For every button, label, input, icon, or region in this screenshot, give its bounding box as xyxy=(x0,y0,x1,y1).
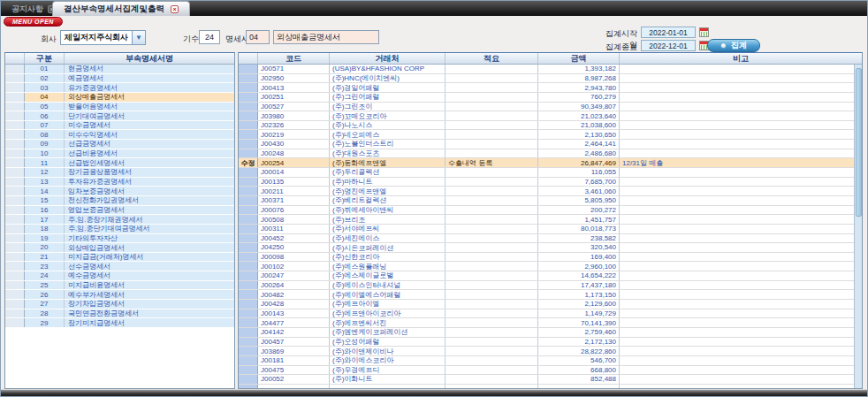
aggregate-button[interactable]: 집계 xyxy=(707,39,760,52)
row-amount: 238,582 xyxy=(538,234,620,243)
statement-list-row[interactable]: 19기타의투자자산 xyxy=(5,234,234,244)
statement-list-row[interactable]: 05받을어음명세서 xyxy=(5,103,234,112)
vendor-table-row[interactable]: J02326(주)나노시스21,038,600 xyxy=(239,121,854,131)
vendor-code: J00102 xyxy=(258,262,330,271)
vendor-table-row[interactable]: J00482(주)에이엘에스어패럴1,173,150 xyxy=(239,290,854,300)
statement-list-row[interactable]: 10선급비용명세서 xyxy=(5,149,234,159)
statement-code: 21 xyxy=(25,253,65,262)
company-select[interactable]: 제일저지주식회사 ▼ xyxy=(60,30,146,45)
calendar-icon[interactable] xyxy=(699,27,709,37)
statement-list-row[interactable]: 18주.임.종단기대여금명세서 xyxy=(5,225,234,234)
statement-list-row[interactable]: 23선수금명세서 xyxy=(5,262,234,271)
statement-list-row[interactable]: 09선급금명세서 xyxy=(5,140,234,149)
vendor-table-row[interactable]: J00428(주)에프아이엘2,129,600 xyxy=(239,300,854,309)
vendor-table-row[interactable]: J00527(주)그린조이90,349,807 xyxy=(239,103,854,112)
statement-name-input[interactable] xyxy=(273,30,379,44)
statement-list-row[interactable]: 26예수부가세명세서 xyxy=(5,290,234,300)
statement-list-row[interactable]: 04외상매출금명세서 xyxy=(5,93,234,103)
statement-list-row[interactable]: 25미지급비용명세서 xyxy=(5,281,234,291)
vendor-table-row[interactable]: J00247(주)에스제이글로벌14,654,222 xyxy=(239,271,854,281)
tab-statement-report[interactable]: 결산부속명세서집계및출력 × xyxy=(52,1,190,16)
vendor-table-row[interactable]: J00102(주)에스원플래닝2,960,100 xyxy=(239,262,854,271)
vendor-table-row[interactable]: J00098(주)신한코리아169,400 xyxy=(239,253,854,263)
statement-list-row[interactable]: 20외상매입금명세서 xyxy=(5,243,234,253)
vertical-scrollbar[interactable] xyxy=(854,65,862,388)
vendor-code: J03869 xyxy=(258,347,330,355)
vendor-table-row[interactable]: J00143(주)에프앤아이코리아1,149,729 xyxy=(239,309,854,319)
vendor-table-row[interactable]: J00211(주)명진에프앤엘3,461,060 xyxy=(239,187,854,196)
row-status xyxy=(239,140,258,149)
scrollbar-thumb[interactable] xyxy=(856,68,862,217)
row-desc xyxy=(445,347,538,355)
vendor-table-row[interactable]: J00571(USA)BY&HFASHION CORP1,393,182 xyxy=(239,65,854,74)
statement-list-row[interactable]: 16영업보증금명세서 xyxy=(5,206,234,216)
statement-code-input[interactable] xyxy=(246,30,270,44)
statement-list-row[interactable]: 13투자유가증권명세서 xyxy=(5,178,234,187)
vendor-name: (주)에이엘에스어패럴 xyxy=(330,290,445,299)
vendor-table-row[interactable]: J00181(주)와이에스코리아546,700 xyxy=(239,356,854,366)
statement-list-row[interactable]: 07미수금명세서 xyxy=(5,121,234,131)
vendor-table-row[interactable]: J00371(주)베리트컬렉션5,805,950 xyxy=(239,196,854,206)
statement-list-row[interactable]: 21미지급금(거래처)명세서 xyxy=(5,253,234,263)
statement-name: 예수금명세서 xyxy=(65,271,234,280)
vendor-name: (주)마하니트 xyxy=(330,178,445,187)
vendor-code: J00098 xyxy=(258,253,330,262)
statement-code: 26 xyxy=(25,290,65,299)
app-window: 공지사항 × 결산부속명세서집계및출력 × MENU OPEN 회사 제일저지주… xyxy=(0,0,868,397)
vendor-table-row[interactable]: J00264(주)에이스인터내셔널17,437,180 xyxy=(239,281,854,291)
vendor-table-row[interactable]: J03869(주)와이앤제이비나28,822,860 xyxy=(239,347,854,356)
vendor-table-row[interactable]: J00076(주)뷔에세아이앤씨200,272 xyxy=(239,206,854,216)
vendor-table-row[interactable]: J04477(주)에프엔씨서진70,141,390 xyxy=(239,318,854,328)
statement-list-row[interactable]: 27장기차입금명세서 xyxy=(5,300,234,309)
vendor-table-row[interactable]: J04250(주)시온코퍼레이션320,540 xyxy=(239,243,854,253)
statement-list-row[interactable]: 14임차보증금명세서 xyxy=(5,187,234,196)
vendor-table-row[interactable]: J04142(주)엠엔케이코퍼레이션2,759,460 xyxy=(239,328,854,338)
row-amount: 1,149,729 xyxy=(538,309,620,318)
statement-list-row[interactable]: 02예금명세서 xyxy=(5,74,234,84)
vendor-table-row[interactable]: J02950(주)HNC(에이치엔씨)8,987,268 xyxy=(239,74,854,84)
vendor-table-row[interactable]: J00413(주)경일어패럴2,943,780 xyxy=(239,83,854,93)
statement-list-row[interactable]: 29장기미지급명세서 xyxy=(5,318,234,328)
vendor-table-row[interactable]: J03980(주)꼬매요코리아21,023,640 xyxy=(239,111,854,121)
vendor-table-row[interactable]: J00430(주)노블인더스트리2,464,141 xyxy=(239,140,854,149)
statement-list-row[interactable]: 28국민연금전환금명세서 xyxy=(5,309,234,319)
row-desc xyxy=(445,234,538,243)
statement-list-row[interactable]: 15전신전화가입권명세서 xyxy=(5,196,234,206)
vendor-table-row[interactable]: J00014(주)두리콜렉션116,055 xyxy=(239,168,854,178)
statement-list-row[interactable]: 08미수수익명세서 xyxy=(5,130,234,140)
statement-list-row[interactable]: 06단기대여금명세서 xyxy=(5,111,234,121)
vendor-table-row[interactable]: J00248(주)대원스포츠2,486,680 xyxy=(239,149,854,159)
vendor-table-row[interactable]: J00251(주)그린어패럴760,279 xyxy=(239,93,854,103)
start-date-input[interactable] xyxy=(641,27,696,38)
vendor-table-row[interactable]: J00219(주)네오피에스2,130,650 xyxy=(239,130,854,140)
end-date-input[interactable] xyxy=(641,40,696,51)
vendor-table-row[interactable]: J00508(주)브리조1,451,757 xyxy=(239,215,854,225)
chevron-down-icon[interactable]: ▼ xyxy=(132,31,145,44)
row-amount: 116,055 xyxy=(538,168,620,177)
vendor-table-header: 코드 거래처 적요 금액 비고 xyxy=(239,53,862,65)
vendor-table-row[interactable]: J00135(주)마하니트7,685,700 xyxy=(239,178,854,187)
row-note xyxy=(620,93,854,102)
statement-list-row[interactable]: 01현금명세서 xyxy=(5,65,234,74)
vendor-table-row[interactable]: 수정J00254(주)동화에프앤엘수출내역 등록26,847,46912/31일… xyxy=(239,158,854,168)
header-blank xyxy=(5,53,25,64)
statement-list-row[interactable]: 12장기금융상품명세서 xyxy=(5,168,234,178)
vendor-table-row[interactable]: J00311(주)서야에프씨80,018,773 xyxy=(239,225,854,234)
statement-name: 영업보증금명세서 xyxy=(65,206,234,215)
statement-list-row[interactable]: 03유가증권명세서 xyxy=(5,83,234,93)
vendor-table-row[interactable]: J00452(주)세진에이스238,582 xyxy=(239,234,854,244)
menu-open-badge[interactable]: MENU OPEN xyxy=(4,17,63,27)
statement-name: 선급법인세명세서 xyxy=(65,158,234,167)
tab-notice-label: 공지사항 xyxy=(11,4,43,15)
statement-list-row[interactable]: 11선급법인세명세서 xyxy=(5,158,234,168)
statement-list-row[interactable]: 17주.임.종장기채권명세서 xyxy=(5,215,234,225)
period-input[interactable] xyxy=(199,30,220,44)
vendor-table-row[interactable]: J00475(주)우경에프디668,800 xyxy=(239,366,854,376)
row-desc xyxy=(445,65,538,73)
vendor-table-row[interactable]: J00052(주)이화니트852,488 xyxy=(239,375,854,385)
statement-list-row[interactable]: 24예수금명세서 xyxy=(5,271,234,281)
statement-code: 03 xyxy=(25,83,65,92)
vendor-name: (주)엠엔케이코퍼레이션 xyxy=(330,328,445,337)
tab-close-icon[interactable]: × xyxy=(171,5,179,13)
vendor-table-row[interactable]: J00457(주)오성어패럴2,172,130 xyxy=(239,338,854,347)
